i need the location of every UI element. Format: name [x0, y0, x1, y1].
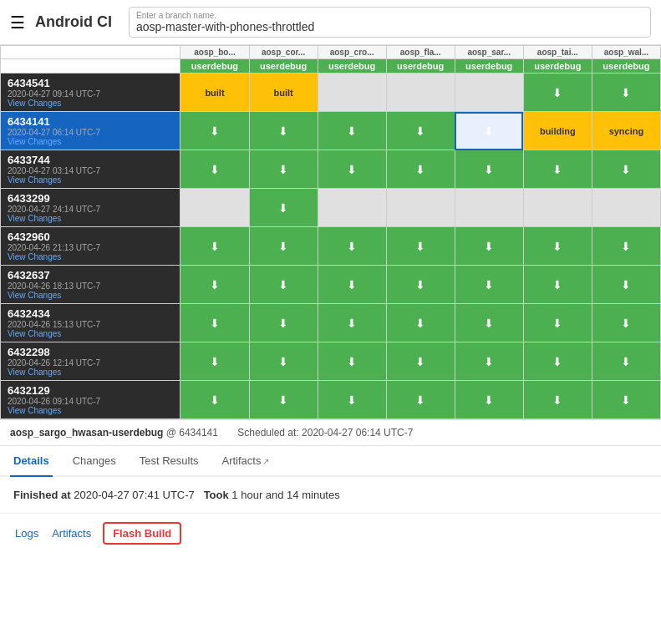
cell-4-6[interactable] — [592, 227, 660, 266]
cell-0-0[interactable]: built — [181, 74, 249, 112]
cell-1-6[interactable]: syncing — [592, 112, 660, 150]
cell-6-2[interactable] — [318, 304, 386, 342]
cell-0-5[interactable] — [523, 74, 592, 112]
view-changes-link[interactable]: View Changes — [8, 214, 173, 223]
cell-0-2 — [318, 74, 386, 112]
tab-changes[interactable]: Changes — [69, 446, 119, 477]
view-changes-link[interactable]: View Changes — [8, 291, 173, 300]
col-header-badge-0: userdebug — [181, 59, 249, 74]
cell-6-3[interactable] — [386, 304, 455, 342]
download-icon — [621, 280, 631, 292]
cell-8-5[interactable] — [523, 381, 592, 419]
cell-2-3[interactable] — [386, 150, 455, 189]
cell-5-1[interactable] — [249, 266, 318, 304]
cell-6-6[interactable] — [592, 304, 660, 342]
cell-2-5[interactable] — [523, 150, 592, 189]
cell-6-0[interactable] — [181, 304, 249, 342]
download-icon — [278, 203, 288, 215]
cell-4-2[interactable] — [318, 227, 386, 266]
download-icon — [278, 318, 288, 330]
tab-test-results[interactable]: Test Results — [136, 446, 202, 477]
download-icon — [552, 165, 562, 176]
col-header-badge-3: userdebug — [386, 59, 455, 74]
view-changes-link[interactable]: View Changes — [8, 406, 173, 415]
cell-7-4[interactable] — [455, 342, 523, 381]
cell-6-5[interactable] — [523, 304, 592, 342]
syncing-label: syncing — [609, 126, 644, 136]
cell-7-2[interactable] — [318, 342, 386, 381]
action-btn-logs[interactable]: Logs — [13, 524, 40, 543]
row-header-7: 6432298 2020-04-26 12:14 UTC-7 View Chan… — [1, 342, 181, 381]
cell-3-1[interactable] — [249, 189, 318, 227]
hamburger-icon[interactable]: ☰ — [10, 13, 25, 33]
cell-1-1[interactable] — [249, 112, 318, 150]
cell-7-1[interactable] — [249, 342, 318, 381]
cell-0-1[interactable]: built — [249, 74, 318, 112]
cell-2-2[interactable] — [318, 150, 386, 189]
cell-8-2[interactable] — [318, 381, 386, 419]
col-header-name-3: aosp_fla... — [386, 46, 455, 59]
download-icon — [278, 357, 288, 368]
view-changes-link[interactable]: View Changes — [8, 99, 173, 108]
finished-value: 2020-04-27 07:41 UTC-7 — [74, 489, 195, 501]
cell-7-6[interactable] — [592, 342, 660, 381]
top-bar: ☰ Android CI Enter a branch name. aosp-m… — [0, 0, 661, 45]
cell-8-6[interactable] — [592, 381, 660, 419]
download-icon — [278, 165, 288, 176]
tab-details[interactable]: Details — [10, 446, 53, 477]
cell-7-5[interactable] — [523, 342, 592, 381]
row-header-5: 6432637 2020-04-26 18:13 UTC-7 View Chan… — [1, 266, 181, 304]
download-icon — [621, 318, 631, 330]
download-icon — [210, 241, 220, 253]
cell-1-3[interactable] — [386, 112, 455, 150]
view-changes-link[interactable]: View Changes — [8, 329, 173, 338]
cell-2-0[interactable] — [181, 150, 249, 189]
build-date: 2020-04-27 06:14 UTC-7 — [8, 128, 173, 137]
cell-5-0[interactable] — [181, 266, 249, 304]
cell-1-4[interactable] — [455, 112, 523, 150]
cell-6-4[interactable] — [455, 304, 523, 342]
cell-2-1[interactable] — [249, 150, 318, 189]
cell-4-5[interactable] — [523, 227, 592, 266]
cell-5-2[interactable] — [318, 266, 386, 304]
cell-4-0[interactable] — [181, 227, 249, 266]
cell-2-4[interactable] — [455, 150, 523, 189]
build-id: 6432298 — [8, 346, 173, 358]
view-changes-link[interactable]: View Changes — [8, 252, 173, 261]
view-changes-link[interactable]: View Changes — [8, 175, 173, 185]
cell-5-6[interactable] — [592, 266, 660, 304]
download-icon — [621, 395, 631, 407]
cell-8-1[interactable] — [249, 381, 318, 419]
cell-0-6[interactable] — [592, 74, 660, 112]
cell-4-3[interactable] — [386, 227, 455, 266]
cell-5-5[interactable] — [523, 266, 592, 304]
build-ref: aosp_sargo_hwasan-userdebug — [10, 427, 163, 439]
cell-8-0[interactable] — [181, 381, 249, 419]
cell-5-4[interactable] — [455, 266, 523, 304]
view-changes-link[interactable]: View Changes — [8, 137, 173, 146]
cell-6-1[interactable] — [249, 304, 318, 342]
cell-5-3[interactable] — [386, 266, 455, 304]
action-btn-flash-build[interactable]: Flash Build — [103, 522, 181, 545]
cell-4-1[interactable] — [249, 227, 318, 266]
download-icon — [484, 395, 494, 407]
view-changes-link[interactable]: View Changes — [8, 368, 173, 377]
col-header-badge-4: userdebug — [455, 59, 523, 74]
build-date: 2020-04-26 12:14 UTC-7 — [8, 358, 173, 368]
cell-4-4[interactable] — [455, 227, 523, 266]
download-icon — [347, 280, 357, 292]
tab-artifacts[interactable]: Artifacts↗ — [219, 446, 273, 477]
col-header-name-0: aosp_bo... — [181, 46, 249, 59]
action-btn-artifacts[interactable]: Artifacts — [50, 524, 93, 543]
cell-1-2[interactable] — [318, 112, 386, 150]
download-icon — [552, 357, 562, 368]
cell-7-3[interactable] — [386, 342, 455, 381]
cell-1-5[interactable]: building — [523, 112, 592, 150]
branch-input-container[interactable]: Enter a branch name. aosp-master-with-ph… — [129, 7, 651, 38]
cell-8-3[interactable] — [386, 381, 455, 419]
cell-8-4[interactable] — [455, 381, 523, 419]
cell-1-0[interactable] — [181, 112, 249, 150]
download-icon — [347, 126, 357, 138]
cell-7-0[interactable] — [181, 342, 249, 381]
cell-2-6[interactable] — [592, 150, 660, 189]
